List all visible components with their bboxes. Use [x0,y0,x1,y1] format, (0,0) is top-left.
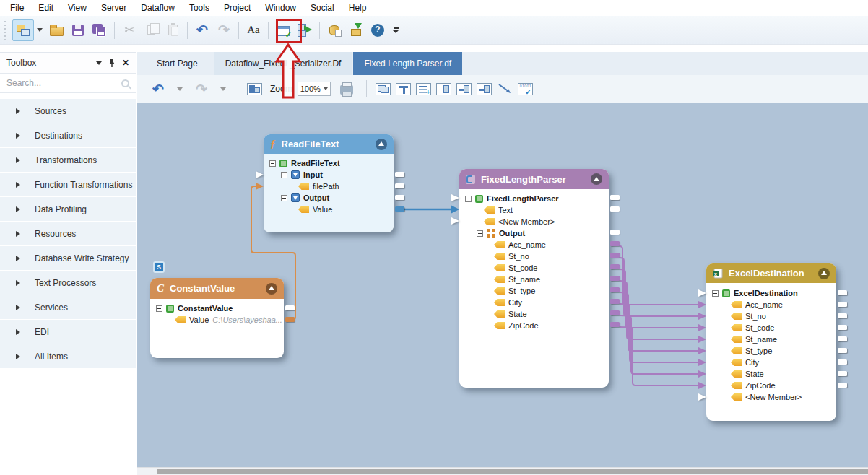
menu-window[interactable]: Window [258,1,303,15]
toolbox-menu-icon[interactable] [96,61,102,65]
output-port[interactable] [838,302,847,307]
horizontal-scrollbar[interactable] [137,467,868,475]
node-header[interactable]: x ExcelDestination [706,263,836,283]
output-port-connected[interactable] [610,322,620,327]
resize-panel-button[interactable] [477,83,492,95]
pin-icon[interactable] [108,58,116,68]
output-port[interactable] [838,359,847,365]
menu-tools[interactable]: Tools [182,1,217,15]
redo-button[interactable] [213,19,235,41]
cut-button[interactable] [118,19,140,41]
collapse-button[interactable] [591,173,602,185]
expander[interactable] [465,196,472,202]
preview-data-button[interactable] [518,83,533,95]
node-header[interactable]: ConstantValue [150,278,284,299]
output-port[interactable] [838,325,847,330]
menu-server[interactable]: Server [94,1,134,15]
font-button[interactable]: Aa [243,19,264,41]
toolbox-item-all-items[interactable]: All Items [0,344,136,368]
toolbox-item-resources[interactable]: Resources [0,222,136,245]
output-port[interactable] [838,290,847,295]
new-dataflow-button[interactable] [12,19,34,41]
output-port[interactable] [838,383,847,388]
node-fixedlengthparser[interactable]: FixedLengthParser FixedLengthParser Text… [459,169,609,388]
close-icon[interactable] [122,58,129,67]
node-header[interactable]: ReadFileText [264,134,394,154]
expander[interactable] [156,305,162,312]
tab-fixed-length-parser[interactable]: Fixed Length Parser.df [353,52,462,75]
collapse-button[interactable] [376,139,387,150]
toolbox-item-destinations[interactable]: Destinations [0,123,136,147]
toggle-panel-button[interactable] [436,83,451,95]
menu-project[interactable]: Project [217,1,258,15]
output-port-connected[interactable] [610,299,620,304]
undo-dropdown-icon[interactable] [177,87,183,91]
node-header[interactable]: FixedLengthParser [459,169,609,189]
draw-link-button[interactable] [497,82,513,95]
diagram-undo-button[interactable] [147,78,169,100]
output-port[interactable] [838,336,847,341]
toolbar-grip[interactable] [4,21,6,40]
add-item-button[interactable] [416,83,431,95]
toolbox-item-sources[interactable]: Sources [0,99,136,123]
expander[interactable] [477,230,483,237]
output-port-connected[interactable] [285,317,295,322]
menu-help[interactable]: Help [342,1,374,15]
input-port[interactable] [451,217,459,225]
toolbox-item-database-write-strategy[interactable]: Database Write Strategy [0,246,136,270]
help-button[interactable] [367,19,389,41]
toolbox-item-text-processors[interactable]: Text Processors [0,271,136,295]
node-readfiletext[interactable]: ReadFileText ReadFileText Input filePath… [264,134,394,232]
output-port[interactable] [395,183,404,188]
toolbox-item-data-profiling[interactable]: Data Profiling [0,197,136,221]
output-port-connected[interactable] [610,241,620,246]
output-port[interactable] [285,305,295,310]
diagram-redo-button[interactable] [191,78,212,100]
save-all-button[interactable] [89,19,110,41]
print-button[interactable] [336,78,357,100]
scrollbar-thumb[interactable] [157,469,868,474]
input-port[interactable] [256,171,264,178]
input-port[interactable] [698,289,706,297]
collapse-button[interactable] [266,283,277,295]
search-input[interactable] [6,78,121,88]
menu-view[interactable]: View [61,1,94,15]
output-port[interactable] [610,206,620,212]
output-port[interactable] [610,230,620,235]
orientation-button[interactable] [396,83,411,95]
menu-social[interactable]: Social [303,1,342,15]
menu-file[interactable]: File [3,1,31,15]
redo-dropdown-icon[interactable] [220,87,226,91]
expander[interactable] [269,160,276,167]
output-port[interactable] [395,172,404,177]
output-port[interactable] [838,313,847,318]
toolbox-item-services[interactable]: Services [0,295,136,319]
output-port-connected[interactable] [395,206,404,212]
menu-dataflow[interactable]: Dataflow [134,1,182,15]
menu-edit[interactable]: Edit [31,1,61,15]
undo-button[interactable] [191,19,213,41]
toolbox-item-transformations[interactable]: Transformations [0,148,136,172]
output-port[interactable] [838,348,847,353]
expander[interactable] [281,195,287,201]
output-port-connected[interactable] [610,310,620,315]
database-job-button[interactable] [324,19,345,41]
expander[interactable] [712,290,719,297]
open-button[interactable] [45,19,67,41]
expander[interactable] [281,172,287,178]
layout-options-button[interactable] [247,83,262,95]
collapse-button[interactable] [818,268,830,279]
expand-panel-button[interactable] [456,83,472,95]
output-port[interactable] [838,371,847,376]
deploy-button[interactable] [345,19,367,41]
output-port[interactable] [395,195,404,200]
output-port-connected[interactable] [610,253,620,258]
copy-button[interactable] [140,19,162,41]
output-port[interactable] [610,195,620,200]
node-exceldestination[interactable]: x ExcelDestination ExcelDestination Acc_… [706,263,836,421]
toolbox-item-edi[interactable]: EDI [0,320,136,344]
tab-start-page[interactable]: Start Page [146,52,209,75]
paste-button[interactable] [162,19,183,41]
auto-layout-button[interactable] [376,83,391,95]
input-port[interactable] [698,393,706,401]
